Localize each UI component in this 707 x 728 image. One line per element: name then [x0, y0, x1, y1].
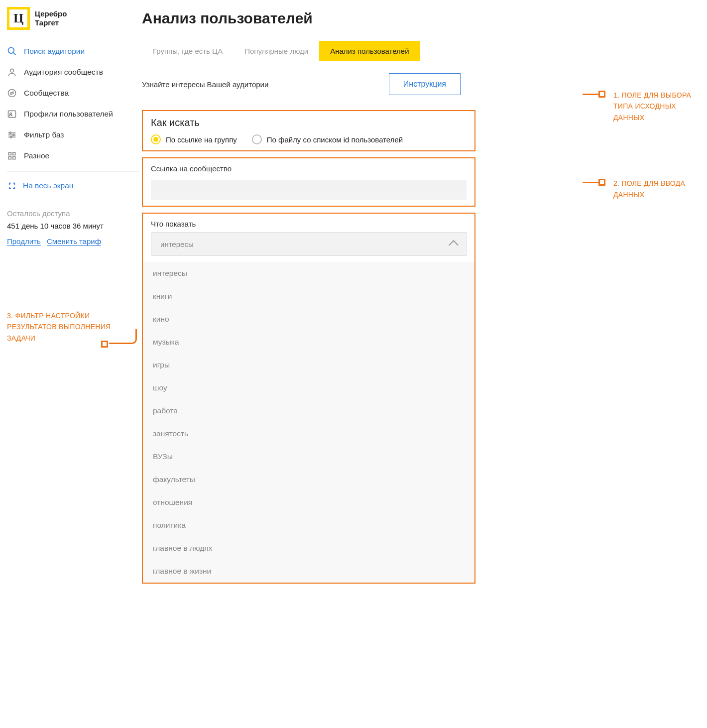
option-movies[interactable]: кино [143, 308, 474, 331]
divider [7, 171, 139, 172]
sidebar-item-label: Фильтр баз [24, 130, 64, 139]
annotation-connector [583, 94, 599, 95]
access-remaining-label: Осталось доступа [7, 209, 132, 218]
community-link-input[interactable] [151, 180, 467, 200]
annotation-marker-icon [598, 179, 605, 186]
sidebar-item-label: Сообщества [24, 89, 69, 98]
how-to-search-card: Как искать По ссылке на группу По файлу … [142, 110, 475, 151]
svg-point-2 [10, 69, 14, 72]
option-faculties[interactable]: факультеты [143, 468, 474, 491]
option-books[interactable]: книги [143, 285, 474, 308]
annotation-2: 2. Поле для ввода данных [613, 178, 701, 200]
expand-icon [7, 181, 17, 191]
what-to-show-card: Что показать интересы интересы книги кин… [142, 213, 475, 584]
option-shows[interactable]: шоу [143, 376, 474, 399]
sidebar-item-label: Профили пользователей [24, 110, 113, 119]
what-to-show-select[interactable]: интересы [151, 232, 467, 256]
option-relationships[interactable]: отношения [143, 491, 474, 514]
sidebar-item-search-audience[interactable]: Поиск аудитории [7, 41, 132, 62]
profile-icon [7, 109, 17, 119]
brand-line2: Таргет [35, 18, 67, 27]
option-employment[interactable]: занятость [143, 422, 474, 445]
community-link-label: Ссылка на сообщество [151, 164, 467, 173]
annotation-marker-icon [101, 341, 108, 348]
annotation-1: 1. Поле для выбора типа исходных данных [613, 90, 701, 123]
sidebar-item-filter-bases[interactable]: Фильтр баз [7, 124, 132, 145]
sidebar-item-communities[interactable]: Сообщества [7, 83, 132, 104]
extend-link[interactable]: Продлить [7, 237, 41, 246]
option-universities[interactable]: ВУЗы [143, 445, 474, 468]
sliders-icon [7, 130, 17, 140]
option-interests[interactable]: интересы [143, 262, 474, 285]
tab-popular-people[interactable]: Популярные люди [234, 41, 319, 61]
community-link-card: Ссылка на сообщество [142, 157, 475, 207]
sidebar-item-misc[interactable]: Разное [7, 145, 132, 166]
svg-point-11 [13, 134, 14, 135]
tab-groups-with-target[interactable]: Группы, где есть ЦА [142, 41, 234, 61]
grid-icon [7, 151, 17, 161]
option-important-in-people[interactable]: главное в людях [143, 537, 474, 560]
svg-rect-14 [13, 152, 15, 155]
radio-by-file[interactable]: По файлу со списком id пользователей [252, 134, 403, 144]
radio-by-link[interactable]: По ссылке на группу [151, 134, 237, 144]
brand-line1: Церебро [35, 9, 67, 18]
what-to-show-label: Что показать [143, 220, 474, 228]
annotation-connector [583, 182, 599, 183]
svg-point-3 [8, 90, 16, 97]
select-value: интересы [160, 240, 194, 248]
access-remaining-value: 451 день 10 часов 36 минут [7, 222, 132, 230]
svg-rect-16 [13, 157, 15, 159]
page-subtitle: Узнайте интересы Вашей аудитории [142, 80, 268, 89]
svg-point-12 [10, 136, 12, 138]
sidebar-item-user-profiles[interactable]: Профили пользователей [7, 104, 132, 124]
how-to-search-title: Как искать [151, 117, 467, 128]
svg-point-6 [10, 113, 11, 115]
chevron-up-icon [449, 240, 459, 250]
option-games[interactable]: игры [143, 354, 474, 376]
annotation-3: 3. Фильтр настройки результатов выполнен… [7, 310, 132, 344]
option-work[interactable]: работа [143, 399, 474, 422]
svg-rect-13 [8, 152, 11, 155]
svg-point-10 [9, 132, 11, 133]
radio-label: По ссылке на группу [166, 135, 237, 144]
fullscreen-label: На весь экран [23, 181, 73, 190]
what-to-show-options: интересы книги кино музыка игры шоу рабо… [143, 262, 474, 583]
logo: Ц Церебро Таргет [7, 7, 132, 30]
fullscreen-toggle[interactable]: На весь экран [7, 177, 132, 195]
radio-label: По файлу со списком id пользователей [267, 135, 403, 144]
divider [7, 200, 139, 200]
svg-rect-15 [8, 157, 11, 159]
sidebar-item-label: Аудитория сообществ [24, 68, 103, 77]
compass-icon [7, 88, 17, 98]
svg-marker-4 [11, 92, 13, 95]
radio-icon [252, 134, 262, 144]
option-important-in-life[interactable]: главное в жизни [143, 560, 474, 583]
annotation-connector [109, 329, 137, 344]
instructions-button[interactable]: Инструкция [389, 73, 461, 95]
change-tariff-link[interactable]: Сменить тариф [47, 237, 101, 246]
annotation-marker-icon [598, 91, 605, 98]
sidebar-item-label: Поиск аудитории [24, 47, 85, 56]
tab-user-analysis[interactable]: Анализ пользователей [319, 41, 420, 61]
logo-icon: Ц [7, 7, 30, 30]
svg-rect-5 [8, 111, 16, 117]
option-politics[interactable]: политика [143, 514, 474, 537]
svg-point-0 [8, 48, 14, 54]
user-icon [7, 67, 17, 77]
sidebar-item-community-audience[interactable]: Аудитория сообществ [7, 62, 132, 83]
sidebar-item-label: Разное [24, 151, 49, 160]
svg-line-1 [13, 53, 16, 55]
radio-icon [151, 134, 161, 144]
search-icon [7, 46, 17, 56]
page-title: Анализ пользователей [142, 10, 607, 27]
option-music[interactable]: музыка [143, 331, 474, 354]
